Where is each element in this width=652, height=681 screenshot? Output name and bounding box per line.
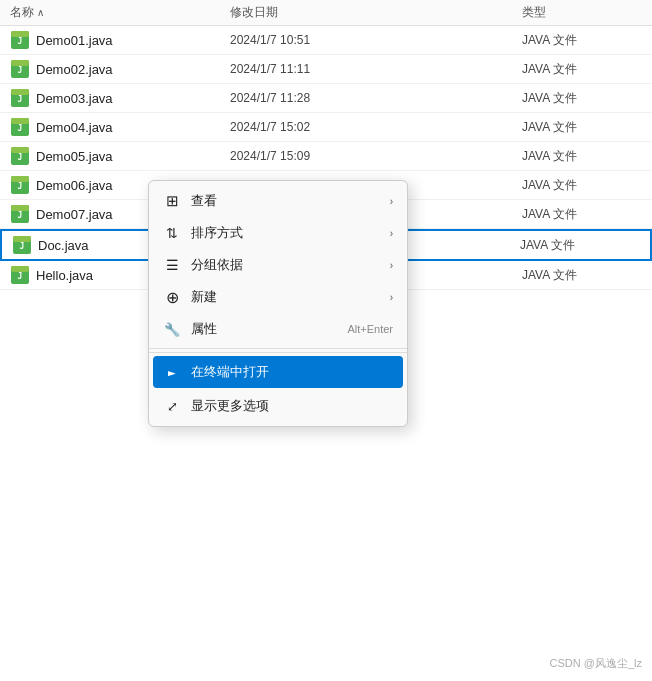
file-name-label: Demo04.java [36,120,113,135]
svg-text:J: J [20,242,25,251]
file-name-label: Demo06.java [36,178,113,193]
table-row[interactable]: J Demo04.java 2024/1/7 15:02 JAVA 文件 [0,113,652,142]
file-type: JAVA 文件 [522,61,642,78]
file-name: J Demo05.java [10,146,230,166]
view-icon: ⊞ [163,192,181,210]
view-label: 查看 [191,192,380,210]
file-date: 2024/1/7 11:11 [230,62,522,76]
file-date: 2024/1/7 15:09 [230,149,522,163]
menu-separator [149,352,407,353]
java-file-icon: J [10,59,30,79]
properties-label: 属性 [191,320,337,338]
file-date: 2024/1/7 10:51 [230,33,522,47]
file-list-header: 名称 ∧ 修改日期 类型 [0,0,652,26]
java-file-icon: J [10,265,30,285]
java-file-icon: J [10,30,30,50]
terminal-label: 在终端中打开 [191,363,393,381]
svg-text:J: J [18,66,23,75]
java-file-icon: J [10,175,30,195]
file-name: J Demo04.java [10,117,230,137]
view-arrow-icon: › [390,196,393,207]
watermark: CSDN @风逸尘_lz [550,656,642,671]
svg-text:J: J [18,182,23,191]
svg-text:J: J [18,272,23,281]
sort-arrow-icon: › [390,228,393,239]
new-icon: ⊕ [163,288,181,306]
file-name: J Demo01.java [10,30,230,50]
new-label: 新建 [191,288,380,306]
table-row[interactable]: J Demo01.java 2024/1/7 10:51 JAVA 文件 [0,26,652,55]
table-row[interactable]: J Demo02.java 2024/1/7 11:11 JAVA 文件 [0,55,652,84]
table-row[interactable]: J Demo03.java 2024/1/7 11:28 JAVA 文件 [0,84,652,113]
menu-item-properties[interactable]: 🔧 属性 Alt+Enter [149,313,407,345]
file-date: 2024/1/7 15:02 [230,120,522,134]
file-type: JAVA 文件 [522,90,642,107]
file-type: JAVA 文件 [522,177,642,194]
menu-separator-2 [149,348,407,349]
new-arrow-icon: › [390,292,393,303]
header-date: 修改日期 [230,4,522,21]
file-name-label: Hello.java [36,268,93,283]
menu-item-moreoptions[interactable]: ⤢ 显示更多选项 [149,390,407,422]
java-file-icon: J [10,117,30,137]
java-file-icon: J [10,146,30,166]
header-type: 类型 [522,4,642,21]
java-file-icon: J [10,204,30,224]
file-date: 2024/1/7 11:28 [230,91,522,105]
file-type: JAVA 文件 [522,148,642,165]
file-type: JAVA 文件 [522,206,642,223]
sort-icon: ⇅ [163,224,181,242]
svg-text:J: J [18,153,23,162]
menu-item-group[interactable]: ☰ 分组依据 › [149,249,407,281]
file-type: JAVA 文件 [522,119,642,136]
properties-shortcut: Alt+Enter [347,323,393,335]
moreoptions-label: 显示更多选项 [191,397,393,415]
sort-label: 排序方式 [191,224,380,242]
menu-item-view[interactable]: ⊞ 查看 › [149,185,407,217]
file-name-label: Demo01.java [36,33,113,48]
moreoptions-icon: ⤢ [163,397,181,415]
svg-text:J: J [18,124,23,133]
file-name-label: Demo02.java [36,62,113,77]
table-row[interactable]: J Demo05.java 2024/1/7 15:09 JAVA 文件 [0,142,652,171]
file-name-label: Doc.java [38,238,89,253]
svg-text:J: J [18,37,23,46]
sort-arrow-icon: ∧ [37,7,44,18]
menu-item-new[interactable]: ⊕ 新建 › [149,281,407,313]
context-menu: ⊞ 查看 › ⇅ 排序方式 › ☰ 分组依据 › ⊕ 新建 › 🔧 属性 Alt… [148,180,408,427]
file-name: J Demo02.java [10,59,230,79]
group-icon: ☰ [163,256,181,274]
file-name: J Demo03.java [10,88,230,108]
file-name-label: Demo07.java [36,207,113,222]
group-label: 分组依据 [191,256,380,274]
file-type: JAVA 文件 [522,32,642,49]
svg-text:J: J [18,211,23,220]
file-name-label: Demo03.java [36,91,113,106]
file-type: JAVA 文件 [520,237,640,254]
java-file-icon: J [12,235,32,255]
svg-text:J: J [18,95,23,104]
file-name-label: Demo05.java [36,149,113,164]
menu-item-terminal[interactable]: ► 在终端中打开 [153,356,403,388]
properties-icon: 🔧 [163,320,181,338]
menu-item-sort[interactable]: ⇅ 排序方式 › [149,217,407,249]
header-name: 名称 ∧ [10,4,230,21]
terminal-icon: ► [163,363,181,381]
group-arrow-icon: › [390,260,393,271]
java-file-icon: J [10,88,30,108]
file-type: JAVA 文件 [522,267,642,284]
